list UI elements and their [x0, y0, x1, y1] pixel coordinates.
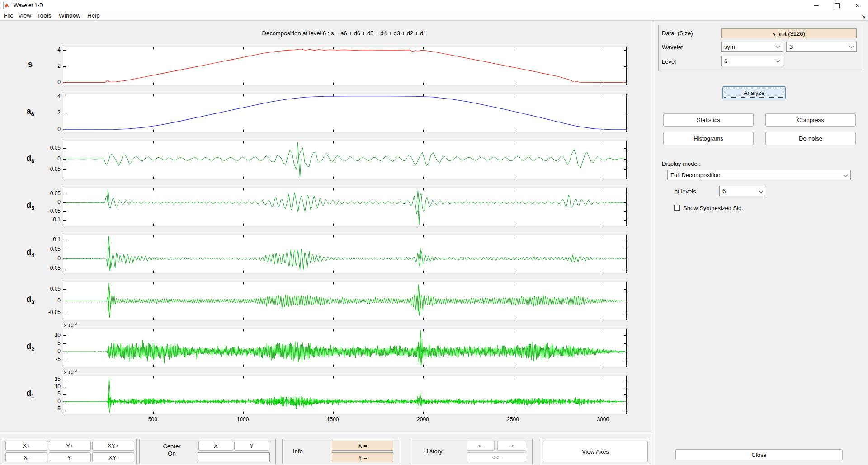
plot-d6[interactable]: [63, 141, 627, 179]
matlab-icon: [3, 2, 10, 9]
ytick-d1: -5: [35, 405, 61, 412]
plot-canvas-d5: [63, 188, 626, 226]
info-label: Info: [293, 448, 303, 455]
ytick-a6: 4: [35, 93, 61, 99]
ytick-d5: 0: [35, 199, 61, 205]
ytick-d3: 0: [35, 297, 61, 304]
center-on-input[interactable]: [198, 452, 270, 462]
ytick-s: 0: [35, 79, 61, 85]
view-axes-button[interactable]: View Axes: [543, 441, 648, 462]
ytick-d2: 5: [35, 340, 61, 346]
plot-a6[interactable]: [63, 94, 627, 132]
window-title: Wavelet 1-D: [14, 2, 43, 9]
ytick-d6: 0.05: [35, 145, 61, 151]
xtick-label: 1500: [317, 416, 349, 423]
plot-d5[interactable]: [63, 188, 627, 226]
ytick-d6: 0: [35, 155, 61, 162]
data-size-value: v_init (3126): [721, 28, 857, 38]
menu-help[interactable]: Help: [87, 12, 100, 19]
compress-button[interactable]: Compress: [765, 113, 856, 127]
plot-canvas-s: [63, 47, 626, 85]
menu-file[interactable]: File: [4, 12, 14, 19]
plot-canvas-d4: [63, 235, 626, 273]
zoom-xy-plus-button[interactable]: XY+: [92, 441, 134, 451]
dock-arrow-icon[interactable]: ↘: [862, 14, 866, 19]
ytick-d1: 15: [35, 376, 61, 382]
ytick-d4: 0.1: [35, 236, 61, 243]
ytick-d6: -0.05: [35, 166, 61, 172]
zoom-xy-minus-button[interactable]: XY-: [92, 452, 134, 462]
menu-window[interactable]: Window: [59, 12, 80, 19]
display-mode-value: Full Decomposition: [670, 172, 721, 178]
level-dropdown[interactable]: 6: [721, 56, 783, 66]
wavelet-number-value: 3: [789, 43, 793, 50]
level-value: 6: [724, 58, 727, 65]
ytick-d2: 10: [35, 332, 61, 338]
at-levels-value: 6: [722, 188, 726, 194]
zoom-x-plus-button[interactable]: X+: [5, 441, 47, 451]
chevron-down-icon: [776, 58, 780, 63]
ytick-d4: -0.05: [35, 265, 61, 271]
ytick-d4: 0.05: [35, 246, 61, 252]
plot-s[interactable]: [63, 47, 627, 85]
wavelet-label: Wavelet: [662, 44, 683, 51]
wavelet-family-dropdown[interactable]: sym: [721, 42, 783, 52]
at-levels-dropdown[interactable]: 6: [719, 186, 766, 196]
history-label: History: [424, 448, 442, 455]
plot-d1[interactable]: [63, 376, 627, 414]
history-back-button[interactable]: <-: [467, 441, 495, 451]
restore-button[interactable]: [826, 0, 847, 11]
at-levels-label: at levels: [675, 188, 696, 195]
ytick-a6: 0: [35, 126, 61, 132]
plot-d2[interactable]: [63, 329, 627, 367]
info-y-field: Y =: [332, 452, 393, 462]
zoom-x-minus-button[interactable]: X-: [5, 452, 47, 462]
histograms-button[interactable]: Histograms: [663, 132, 754, 145]
panel-divider: [654, 21, 654, 465]
data-size-label: Data (Size): [662, 30, 693, 37]
display-mode-dropdown[interactable]: Full Decomposition: [667, 170, 851, 180]
ytick-d1: 0: [35, 398, 61, 404]
ytick-d5: 0.05: [35, 190, 61, 197]
zoom-y-minus-button[interactable]: Y-: [49, 452, 91, 462]
plot-d3[interactable]: [63, 282, 627, 320]
denoise-button[interactable]: De-noise: [765, 132, 856, 145]
scale-label-d1: × 10-3: [64, 369, 77, 375]
xtick-label: 2000: [407, 416, 439, 423]
plot-d4[interactable]: [63, 235, 627, 273]
title-bar: Wavelet 1-D ✕: [0, 0, 868, 11]
scale-label-d2: × 10-3: [64, 322, 77, 328]
analyze-button[interactable]: Analyze: [722, 86, 786, 99]
xtick-label: 2500: [497, 416, 529, 423]
close-button[interactable]: Close: [675, 449, 843, 460]
center-x-button[interactable]: X: [198, 441, 233, 451]
ytick-d5: -0.05: [35, 208, 61, 214]
ytick-d3: -0.05: [35, 309, 61, 315]
minimize-button[interactable]: [806, 0, 826, 11]
plot-canvas-d6: [63, 141, 626, 179]
toolbar-divider: [0, 433, 654, 433]
ytick-d1: 10: [35, 383, 61, 390]
ytick-d5: -0.1: [35, 216, 61, 223]
xtick-label: 500: [137, 416, 169, 423]
chevron-down-icon: [849, 44, 854, 48]
chevron-down-icon: [776, 44, 780, 48]
close-window-button[interactable]: ✕: [847, 0, 868, 11]
ytick-d2: 0: [35, 348, 61, 354]
menu-view[interactable]: View: [18, 12, 31, 19]
plot-canvas-d3: [63, 282, 626, 320]
show-synthesized-checkbox[interactable]: [674, 205, 680, 211]
ytick-s: 4: [35, 47, 61, 53]
ytick-d3: 0.05: [35, 286, 61, 292]
history-all-button[interactable]: <<-: [467, 452, 526, 462]
chevron-down-icon: [844, 173, 848, 177]
zoom-y-plus-button[interactable]: Y+: [49, 441, 91, 451]
history-forward-button[interactable]: ->: [497, 441, 526, 451]
center-y-button[interactable]: Y: [234, 441, 269, 451]
menu-tools[interactable]: Tools: [37, 12, 52, 19]
plot-canvas-a6: [63, 94, 626, 132]
wavelet-number-dropdown[interactable]: 3: [786, 42, 857, 52]
ytick-d4: 0: [35, 255, 61, 262]
statistics-button[interactable]: Statistics: [663, 113, 754, 127]
ytick-d2: -5: [35, 356, 61, 362]
